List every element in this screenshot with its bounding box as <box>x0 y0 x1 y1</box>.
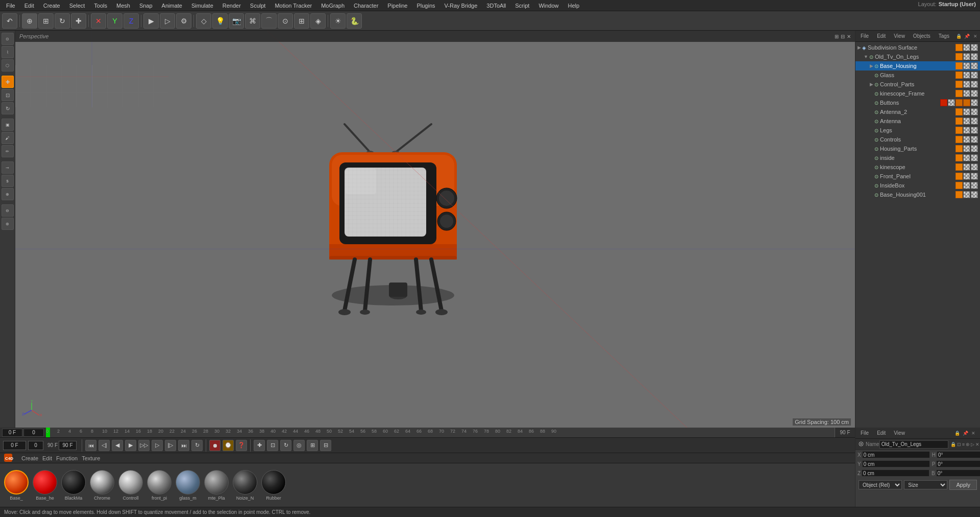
material-mte[interactable]: mte_Pla <box>204 470 229 501</box>
material-front[interactable]: front_pi <box>147 470 172 501</box>
move-tool-btn[interactable]: ✚ <box>2 76 14 88</box>
coord-y-rot[interactable] <box>936 460 980 467</box>
size-dropdown[interactable]: Size <box>904 480 947 489</box>
prev-frame-btn[interactable]: ◀ <box>112 440 123 451</box>
menu-file[interactable]: File <box>2 2 19 10</box>
goto-end-btn[interactable]: ⏭ <box>178 440 189 451</box>
motion-clip-btn[interactable]: ❓ <box>236 440 247 451</box>
deform-btn[interactable]: ⌘ <box>245 13 260 29</box>
menu-simulate[interactable]: Simulate <box>187 2 217 10</box>
material-glass[interactable]: glass_m <box>176 470 200 501</box>
menu-snap[interactable]: Snap <box>135 2 157 10</box>
scale-tool-btn[interactable]: ⊡ <box>2 89 14 101</box>
attr-lock-icon[interactable]: 🔒 <box>953 430 961 437</box>
coord-y-pos[interactable] <box>862 460 930 467</box>
material-noize[interactable]: Noize_N <box>233 470 257 501</box>
menu-mesh[interactable]: Mesh <box>112 2 134 10</box>
scale-tool-playback-btn[interactable]: ⊡ <box>267 440 278 451</box>
record-btn[interactable]: ⏺ <box>209 440 220 451</box>
python-btn[interactable]: 🐍 <box>347 13 362 29</box>
attr-icon6[interactable]: ✕ <box>975 442 979 447</box>
light-icon-btn[interactable]: ☀ <box>330 13 346 29</box>
mat-edit-btn[interactable]: Edit <box>42 455 52 461</box>
rotate-tool-btn[interactable]: ↻ <box>2 102 14 114</box>
next-frame-btn[interactable]: ▷ <box>152 440 163 451</box>
weld-btn[interactable]: ⊕ <box>2 188 14 200</box>
tree-row-controls[interactable]: ▶ ⊙ Controls <box>855 135 980 144</box>
edge-mode-btn[interactable]: ⌇ <box>2 46 14 58</box>
menu-mograph[interactable]: MoGraph <box>317 2 349 10</box>
point-mode-btn[interactable]: ⊙ <box>2 33 14 45</box>
menu-script[interactable]: Script <box>511 2 533 10</box>
spline-btn[interactable]: ⌒ <box>261 13 277 29</box>
attr-x-icon[interactable]: ✕ <box>970 430 977 437</box>
attr-icon5[interactable]: ▷ <box>971 442 974 447</box>
mode-move-btn[interactable]: ⊕ <box>22 13 37 29</box>
camera-btn[interactable]: 📷 <box>229 13 244 29</box>
move-tool-playback-btn[interactable]: ✚ <box>254 440 265 451</box>
snap-tool-btn[interactable]: ⊛ <box>2 218 14 230</box>
frame-field2[interactable]: 0 <box>23 429 44 437</box>
tree-row-inside[interactable]: ▶ ⊙ inside <box>855 153 980 162</box>
nurbs-btn[interactable]: ⊙ <box>278 13 293 29</box>
transform-x-btn[interactable]: ✕ <box>91 13 106 29</box>
scene-objects-btn[interactable]: Objects <box>911 33 933 39</box>
material-blackma[interactable]: BlackMa <box>61 470 86 501</box>
scene-edit-btn[interactable]: Edit <box>875 33 888 39</box>
goto-start-btn[interactable]: ⏮ <box>85 440 96 451</box>
menu-tools[interactable]: Tools <box>90 2 111 10</box>
tree-row-base-housing[interactable]: ▶ ⊙ Base_Housing <box>855 61 980 70</box>
coord-x-rot[interactable] <box>937 451 980 458</box>
mode-scale-btn[interactable]: ✚ <box>71 13 86 29</box>
transform-z-btn[interactable]: Z <box>124 13 139 29</box>
tree-row-antenna[interactable]: ▶ ⊙ Antenna <box>855 116 980 126</box>
tree-row-kinescope[interactable]: ▶ ⊙ kinescope <box>855 162 980 172</box>
volume-btn[interactable]: ◈ <box>310 13 326 29</box>
attr-edit-btn[interactable]: Edit <box>875 430 888 436</box>
attr-icon1[interactable]: 🔒 <box>950 442 956 447</box>
viewport-icon-2[interactable]: ⊟ <box>841 34 845 39</box>
apply-button[interactable]: Apply <box>949 480 977 490</box>
mat-function-btn[interactable]: Function <box>56 455 78 461</box>
scene-pin-icon[interactable]: 📌 <box>964 33 971 40</box>
object-rel-dropdown[interactable]: Object (Rel) Object (Abs) World <box>859 480 902 489</box>
menu-sculpt[interactable]: Sculpt <box>246 2 270 10</box>
attr-icon4[interactable]: ⊛ <box>966 442 970 447</box>
end-frame-input[interactable] <box>59 441 77 450</box>
array-btn[interactable]: ⊞ <box>294 13 309 29</box>
lights-btn[interactable]: 💡 <box>212 13 228 29</box>
material-controll[interactable]: Controll <box>118 470 143 501</box>
render-btn[interactable]: ▶ <box>143 13 159 29</box>
tree-row-housing-parts[interactable]: ▶ ⊙ Housing_Parts <box>855 144 980 153</box>
render-playback-btn[interactable]: ◎ <box>293 440 305 451</box>
tree-row-insidebox[interactable]: ▶ ⊙ InsideBox <box>855 181 980 190</box>
measure-btn[interactable]: ⊖ <box>2 204 14 217</box>
last-playback-btn[interactable]: ⊟ <box>320 440 331 451</box>
timeline-ruler[interactable]: 0 2 4 6 8 10 12 14 16 18 20 22 24 26 28 … <box>46 428 835 437</box>
tree-row-subdiv[interactable]: ▶ ◈ Subdivision Surface <box>855 43 980 52</box>
knife-tool-btn[interactable]: ⊸ <box>2 161 14 174</box>
coord-x-pos[interactable] <box>862 451 930 458</box>
attr-pin-icon[interactable]: 📌 <box>962 430 969 437</box>
scene-view-btn[interactable]: View <box>892 33 907 39</box>
prev-key-btn[interactable]: ◁| <box>99 440 110 451</box>
material-base[interactable]: Base_ <box>4 470 29 501</box>
frame-input[interactable] <box>3 441 26 450</box>
menu-window[interactable]: Window <box>534 2 562 10</box>
rotate-tool-playback-btn[interactable]: ↻ <box>280 440 291 451</box>
menu-pipeline[interactable]: Pipeline <box>383 2 411 10</box>
tree-row-glass[interactable]: ▶ ⊙ Glass <box>855 70 980 80</box>
material-base-he[interactable]: Base_he <box>33 470 57 501</box>
undo-btn[interactable]: ↶ <box>2 13 17 29</box>
tree-row-kinescope-frame[interactable]: ▶ ⊙ kinescope_Frame <box>855 89 980 98</box>
tree-row-front-panel[interactable]: ▶ ⊙ Front_Panel <box>855 172 980 181</box>
mat-create-btn[interactable]: Create <box>21 455 38 461</box>
attr-file-btn[interactable]: File <box>859 430 871 436</box>
menu-3dtoall[interactable]: 3DToAll <box>482 2 510 10</box>
play-btn[interactable]: ▶ <box>125 440 136 451</box>
menu-plugins[interactable]: Plugins <box>412 2 439 10</box>
current-frame-field[interactable]: 0 F <box>2 429 22 437</box>
tree-row-root[interactable]: ▼ ⊙ Old_Tv_On_Legs <box>855 52 980 61</box>
viewport[interactable]: Perspective ⊞ ⊟ ✕ <box>15 31 855 428</box>
menu-select[interactable]: Select <box>65 2 89 10</box>
